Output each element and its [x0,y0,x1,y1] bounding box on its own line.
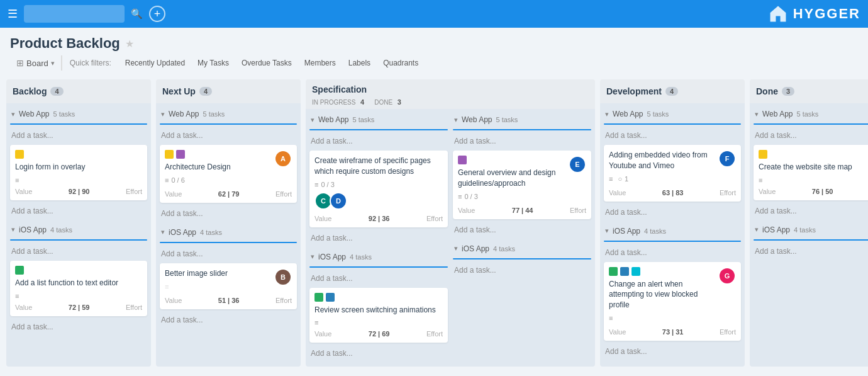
add-icon[interactable]: + [149,6,165,22]
filter-quadrants[interactable]: Quadrants [377,56,425,70]
card-footer: Value 76 | 50 Effort [759,188,868,195]
add-task-ios-top[interactable]: Add a task... [754,244,868,258]
section-header-webapp: ▾ Web App 5 tasks [10,107,147,121]
add-task-bottom[interactable]: Add a task... [160,207,297,220]
topnav: ☰ 🔍 + HYGGER [0,0,868,28]
add-task-bottom[interactable]: Add a task... [754,204,868,218]
add-task-ios-bottom[interactable]: Add a task... [10,320,147,334]
card-footer: Value 77 | 44 Effort [458,207,586,214]
card-embedded-video: Adding embedded video from Youtube and V… [604,145,741,202]
section-name: Web App [613,110,643,118]
card-tags [759,150,868,159]
filter-overdue-tasks[interactable]: Overdue Tasks [235,56,298,70]
section-divider [453,258,591,259]
add-task-ios-bottom[interactable]: Add a task... [604,345,741,358]
add-task-ios-top[interactable]: Add a task... [604,246,741,259]
effort-label: Effort [570,207,586,214]
value-label: Value [458,207,475,214]
spec-inprogress-header: IN PROGRESS 4 [312,97,364,106]
page-header: Product Backlog ★ [0,28,868,52]
section-header-webapp: ▾ Web App 5 tasks [453,113,591,127]
board-view-selector[interactable]: ⊞ Board ▾ [10,55,62,71]
section-header-webapp: ▾ Web App 5 tasks [604,107,741,121]
spec-col-header: Specification IN PROGRESS 4 DONE 3 [306,79,595,109]
value-num: 73 | 31 [662,328,684,336]
section-count: 5 tasks [203,110,225,118]
spec-done-count: 3 [398,98,401,106]
board-label: Board [26,59,48,68]
section-divider [604,123,741,125]
card-title: Create the website site map [759,162,868,173]
section-name: Web App [318,115,348,124]
card-tags [609,267,715,276]
favorite-star[interactable]: ★ [125,38,134,50]
card-tags [165,150,270,159]
section-count: 4 tasks [644,227,666,235]
section-name: iOS App [762,225,790,234]
add-task-top[interactable]: Add a task... [309,134,448,148]
card-avatar-right: F [718,150,736,168]
value-num: 51 | 36 [218,297,240,304]
add-task-top[interactable]: Add a task... [10,128,147,142]
search-input[interactable] [24,5,125,23]
col-body-backlog: ▾ Web App 5 tasks Add a task... Login fo… [6,103,151,367]
card-meta: ≡ 0 / 3 [314,181,443,188]
filter-recently-updated[interactable]: Recently Updated [119,56,191,70]
search-icon[interactable]: 🔍 [131,8,143,20]
add-task-bottom[interactable]: Add a task... [309,231,448,245]
subtasks-count: 0 / 3 [321,181,334,188]
filter-my-tasks[interactable]: My Tasks [191,56,235,70]
add-task-top[interactable]: Add a task... [604,128,741,142]
card-title: Login form in overlay [15,162,142,173]
menu-icon[interactable]: ☰ [8,7,18,21]
avatar: B [274,268,292,286]
section-divider [160,123,297,125]
card-meta: ≡ [609,314,715,322]
add-task-ios-top[interactable]: Add a task... [160,247,297,261]
tag-yellow [165,150,174,159]
section-divider [10,239,147,241]
section-divider [754,239,868,241]
card-footer: Value 72 | 69 Effort [314,330,443,338]
add-task-bottom[interactable]: Add a task... [604,205,741,219]
list-icon: ≡ [609,314,613,322]
value-num: 77 | 44 [512,207,533,214]
card-footer: Value 73 | 31 Effort [609,328,736,336]
section-count: 4 tasks [200,229,222,236]
card-tags [314,293,443,302]
card-content-left: Create wireframe of specific pages which… [314,156,443,212]
board: Backlog 4 ▾ Web App 5 tasks Add a task..… [6,79,862,367]
column-development: Development 4 ▾ Web App 5 tasks Add a ta… [600,79,745,367]
card-meta: ≡ [314,319,443,326]
add-task-top[interactable]: Add a task... [160,128,297,142]
value-label: Value [609,189,626,197]
section-count: 4 tasks [794,226,816,234]
value-num: 62 | 79 [218,190,240,198]
section-count: 5 tasks [796,110,818,118]
add-task-ios-bottom[interactable]: Add a task... [160,313,297,327]
value-label: Value [609,328,626,336]
card-footer: Value 62 | 79 Effort [165,190,292,198]
card-content-row: Better image slider ≡ B [165,268,292,294]
section-name: Web App [169,110,199,118]
add-task-ios-bottom[interactable]: Add a task... [309,346,448,360]
card-content-row: Adding embedded video from Youtube and V… [609,150,736,186]
add-task-ios-top[interactable]: Add a task... [309,271,448,285]
card-footer: Value 63 | 83 Effort [609,189,736,197]
add-task-bottom-webapp[interactable]: Add a task... [10,204,147,218]
spec-inprogress-count: 4 [360,98,364,106]
filter-members[interactable]: Members [298,56,342,70]
card-content-left: General overview and design guidelines/a… [458,156,565,204]
add-task-ios-top[interactable]: Add a task... [453,263,591,277]
add-task-top[interactable]: Add a task... [453,134,591,148]
card-review-animations: Review screen switching animations ≡ Val… [309,288,448,343]
add-task-ios-top[interactable]: Add a task... [10,244,147,258]
add-task-bottom[interactable]: Add a task... [453,223,591,237]
card-avatar-right: G [718,267,736,285]
filter-labels[interactable]: Labels [342,56,377,70]
column-done: Done 3 ▾ Web App 5 tasks Add a task... C… [750,79,868,367]
card-tags [15,150,142,159]
add-task-top[interactable]: Add a task... [754,128,868,142]
col-count-backlog: 4 [50,87,63,96]
value-label: Value [165,297,182,304]
